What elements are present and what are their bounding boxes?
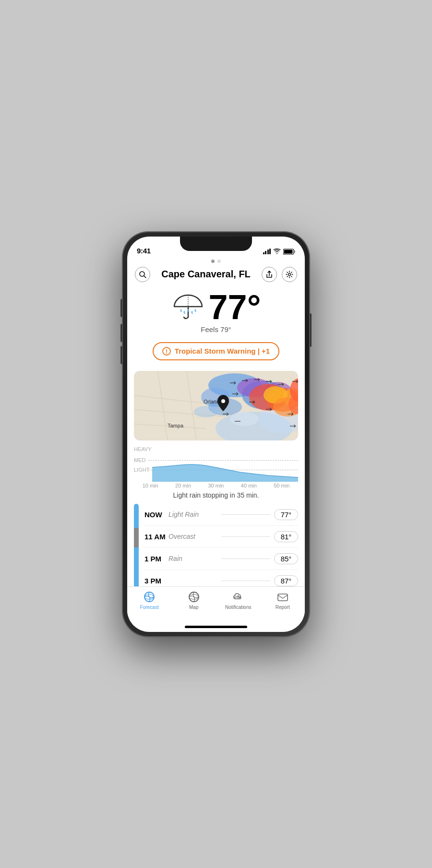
battery-icon bbox=[283, 249, 295, 255]
hourly-time-3pm: 3 PM bbox=[144, 577, 168, 585]
warning-text: Tropical Storm Warning | +1 bbox=[175, 347, 270, 355]
weather-condition-icon bbox=[171, 290, 205, 324]
tab-report[interactable]: Report bbox=[261, 591, 305, 610]
forecast-icon bbox=[143, 591, 156, 603]
hourly-condition-11am: Overcast bbox=[168, 533, 217, 540]
svg-line-3 bbox=[144, 276, 146, 278]
hourly-temp-now: 77° bbox=[274, 509, 298, 520]
warning-icon: ! bbox=[162, 347, 171, 356]
hourly-line-now bbox=[221, 514, 270, 515]
hourly-rows: NOW Light Rain 77° 11 AM Overcast 81° bbox=[144, 504, 298, 586]
tab-notifications[interactable]: Notifications bbox=[216, 591, 261, 610]
weather-hero: 77° Feels 79° bbox=[127, 286, 305, 339]
hourly-time-1pm: 1 PM bbox=[144, 555, 168, 563]
hourly-condition-now: Light Rain bbox=[168, 511, 217, 518]
svg-text:!: ! bbox=[166, 348, 168, 355]
hourly-time-now: NOW bbox=[144, 511, 168, 519]
chart-x-20min: 20 min bbox=[175, 483, 191, 488]
hourly-temp-3pm: 87° bbox=[274, 575, 298, 586]
hourly-row-1pm: 1 PM Rain 85° bbox=[144, 548, 298, 570]
hourly-line-11am bbox=[221, 536, 270, 537]
chart-label-heavy: HEAVY bbox=[134, 446, 298, 452]
notifications-tab-label: Notifications bbox=[225, 605, 251, 610]
report-tab-icon bbox=[276, 591, 289, 603]
tab-map[interactable]: Map bbox=[172, 591, 216, 610]
map-tab-label: Map bbox=[189, 605, 198, 610]
hourly-row-now: NOW Light Rain 77° bbox=[144, 504, 298, 526]
chart-summary-text: Light rain stopping in 35 min. bbox=[134, 491, 298, 499]
hourly-time-11am: 11 AM bbox=[144, 533, 168, 541]
temp-display-row: 77° bbox=[171, 290, 261, 324]
search-button[interactable] bbox=[135, 267, 150, 282]
notch bbox=[180, 237, 252, 251]
precip-area-chart bbox=[152, 453, 298, 482]
map-icon bbox=[188, 591, 200, 603]
hourly-line-1pm bbox=[221, 559, 270, 559]
status-time: 9:41 bbox=[137, 247, 151, 255]
header: Cape Canaveral, FL bbox=[127, 265, 305, 286]
svg-point-48 bbox=[221, 399, 225, 403]
hourly-temp-1pm: 85° bbox=[274, 553, 298, 564]
temperature-value: 77° bbox=[209, 290, 261, 324]
dot-2 bbox=[217, 260, 221, 263]
hourly-condition-1pm: Rain bbox=[168, 555, 217, 562]
hourly-row-11am: 11 AM Overcast 81° bbox=[144, 526, 298, 548]
signal-icon bbox=[263, 249, 271, 254]
svg-point-4 bbox=[288, 273, 291, 275]
chart-x-30min: 30 min bbox=[208, 483, 224, 488]
svg-point-31 bbox=[230, 412, 259, 426]
report-tab-label: Report bbox=[276, 605, 290, 610]
dot-1 bbox=[211, 260, 215, 263]
notifications-tab-icon bbox=[232, 591, 244, 603]
status-icons bbox=[263, 249, 296, 255]
hourly-bar-column bbox=[134, 504, 139, 586]
hourly-forecast-list: NOW Light Rain 77° 11 AM Overcast 81° bbox=[127, 504, 305, 586]
chart-label-light: LIGHT bbox=[134, 467, 149, 473]
share-icon bbox=[265, 271, 273, 278]
feels-like-text: Feels 79° bbox=[201, 325, 231, 333]
svg-point-30 bbox=[194, 406, 218, 417]
chart-x-labels: 10 min 20 min 30 min 40 min 50 min bbox=[134, 482, 298, 489]
share-button[interactable] bbox=[262, 267, 277, 282]
header-action-icons bbox=[262, 267, 297, 282]
page-dots bbox=[127, 258, 305, 265]
svg-rect-55 bbox=[278, 594, 288, 601]
search-icon bbox=[139, 271, 146, 278]
location-title: Cape Canaveral, FL bbox=[161, 269, 251, 280]
tab-bar: Forecast Map bbox=[127, 586, 305, 626]
main-content: 77° Feels 79° ! Tropical Storm Warning |… bbox=[127, 286, 305, 586]
chart-x-50min: 50 min bbox=[274, 483, 289, 488]
chart-x-10min: 10 min bbox=[143, 483, 158, 488]
hourly-row-3pm: 3 PM 87° bbox=[144, 570, 298, 586]
precip-chart: HEAVY MED LIGHT 10 min 20 min 30 min bbox=[127, 446, 305, 499]
hourly-line-3pm bbox=[221, 581, 270, 581]
phone-screen: 9:41 bbox=[127, 237, 305, 632]
settings-button[interactable] bbox=[282, 267, 297, 282]
svg-point-54 bbox=[238, 598, 239, 599]
svg-text:Tampa: Tampa bbox=[168, 423, 184, 428]
notifications-icon bbox=[232, 591, 244, 603]
warning-badge[interactable]: ! Tropical Storm Warning | +1 bbox=[153, 342, 279, 360]
forecast-tab-icon bbox=[143, 591, 156, 603]
phone-frame: 9:41 bbox=[122, 232, 310, 637]
report-icon bbox=[276, 591, 289, 603]
tab-forecast[interactable]: Forecast bbox=[127, 591, 172, 610]
svg-rect-1 bbox=[284, 250, 293, 253]
radar-map-svg: Orlando Tampa bbox=[134, 371, 298, 440]
forecast-tab-label: Forecast bbox=[140, 605, 159, 610]
home-indicator bbox=[185, 626, 247, 628]
chart-x-40min: 40 min bbox=[241, 483, 257, 488]
wifi-icon bbox=[273, 249, 281, 254]
gear-icon bbox=[286, 271, 293, 278]
chart-label-med: MED bbox=[134, 457, 145, 463]
radar-map[interactable]: Orlando Tampa bbox=[134, 371, 298, 440]
hourly-temp-11am: 81° bbox=[274, 531, 298, 542]
chart-area: MED LIGHT bbox=[134, 453, 298, 482]
map-tab-icon bbox=[188, 591, 200, 603]
